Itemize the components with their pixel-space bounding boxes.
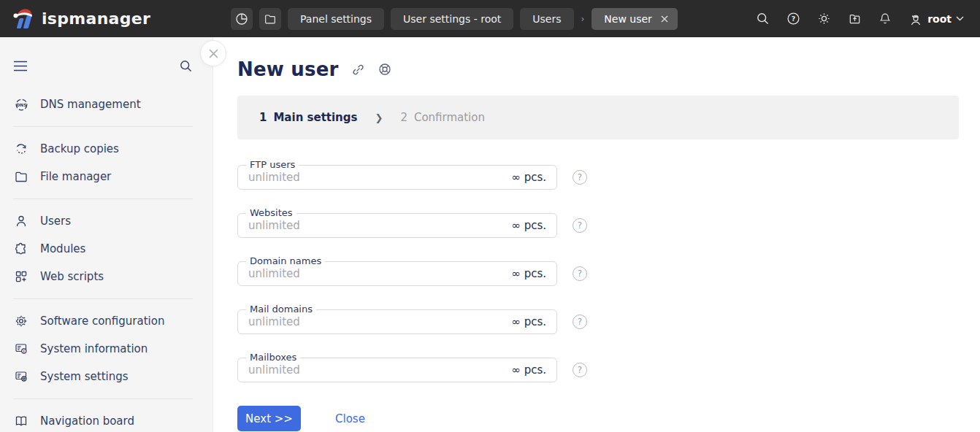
- server-info-icon: i: [13, 342, 29, 356]
- sidebar-item-navigation-board[interactable]: Navigation board: [0, 407, 213, 432]
- help-icon[interactable]: ?: [573, 363, 587, 377]
- folder-icon: [13, 169, 29, 184]
- pie-chart-tab-button[interactable]: [231, 8, 253, 30]
- hamburger-icon[interactable]: [13, 61, 28, 72]
- tab-users[interactable]: Users: [520, 8, 573, 30]
- tab-close-icon[interactable]: [660, 15, 669, 23]
- new-user-form: FTP users ∞ pcs. ? Websites ∞ pcs. ? Dom…: [237, 165, 980, 431]
- ftp-users-field: FTP users ∞ pcs.: [237, 165, 557, 190]
- logo-text: ispmanager: [42, 9, 150, 28]
- title-row: New user: [237, 58, 980, 81]
- divider: [13, 198, 193, 199]
- divider: [13, 398, 193, 399]
- sidebar-item-backup-copies[interactable]: Backup copies: [0, 135, 213, 163]
- help-icon[interactable]: ?: [573, 170, 587, 185]
- main-content: New user 1 Main settings ❯ 2 Confirmatio…: [213, 37, 980, 432]
- next-button[interactable]: Next >>: [237, 406, 301, 431]
- close-icon: [208, 48, 219, 59]
- divider: [13, 298, 193, 299]
- unit-suffix: ∞ pcs.: [511, 315, 556, 328]
- tab-new-user[interactable]: New user: [592, 8, 678, 30]
- mailboxes-input[interactable]: [238, 363, 511, 377]
- grid-plus-icon: [13, 269, 29, 284]
- websites-field: Websites ∞ pcs.: [237, 213, 557, 238]
- lifebuoy-icon[interactable]: [378, 62, 392, 77]
- sidebar-item-software-configuration[interactable]: Software configuration: [0, 307, 213, 335]
- bell-icon[interactable]: [878, 12, 892, 26]
- help-icon[interactable]: ?: [786, 12, 800, 26]
- domain-names-field: Domain names ∞ pcs.: [237, 261, 557, 286]
- sidebar-item-web-scripts[interactable]: Web scripts: [0, 263, 213, 290]
- step-chevron-icon: ❯: [375, 112, 383, 123]
- sidebar-item-system-information[interactable]: i System information: [0, 335, 213, 363]
- sidebar: DNS DNS management Backup copies: [0, 37, 213, 432]
- close-link[interactable]: Close: [335, 412, 365, 425]
- open-book-icon: [13, 414, 29, 428]
- sidebar-header: [0, 37, 213, 73]
- form-actions: Next >> Close: [237, 406, 980, 431]
- ftp-users-input[interactable]: [238, 171, 511, 184]
- export-icon[interactable]: [848, 12, 862, 26]
- sidebar-close-button[interactable]: [200, 40, 226, 66]
- svg-text:i: i: [23, 349, 25, 353]
- step-main-settings[interactable]: 1 Main settings: [259, 111, 357, 124]
- pie-chart-icon: [235, 12, 248, 26]
- help-icon[interactable]: ?: [573, 218, 587, 233]
- logo-santa-icon: [12, 7, 37, 31]
- mail-domains-field: Mail domains ∞ pcs.: [237, 309, 557, 334]
- field-row-mailboxes: Mailboxes ∞ pcs. ?: [237, 358, 980, 382]
- topbar: ispmanager Panel settings User settings …: [0, 0, 980, 37]
- sidebar-item-modules[interactable]: Modules: [0, 235, 213, 263]
- search-icon[interactable]: [756, 12, 770, 26]
- folder-icon: [264, 12, 277, 26]
- websites-input[interactable]: [238, 219, 511, 232]
- theme-sun-icon[interactable]: [817, 12, 831, 26]
- dns-icon: DNS: [13, 97, 29, 112]
- tab-user-settings-root[interactable]: User settings - root: [391, 8, 513, 30]
- field-row-mail-domains: Mail domains ∞ pcs. ?: [237, 309, 980, 334]
- backup-icon: [13, 142, 29, 156]
- svg-text:DNS: DNS: [16, 102, 26, 107]
- field-row-websites: Websites ∞ pcs. ?: [237, 213, 980, 238]
- user-icon: [13, 214, 29, 228]
- unit-suffix: ∞ pcs.: [511, 267, 556, 280]
- username: root: [927, 13, 952, 25]
- topbar-actions: ?: [756, 12, 980, 26]
- tab-panel-settings[interactable]: Panel settings: [288, 8, 384, 30]
- santa-avatar-icon: [908, 12, 923, 26]
- field-row-ftp-users: FTP users ∞ pcs. ?: [237, 165, 980, 190]
- sidebar-item-dns-management[interactable]: DNS DNS management: [0, 90, 213, 118]
- server-gear-icon: [13, 369, 29, 384]
- sidebar-menu: DNS DNS management Backup copies: [0, 90, 213, 432]
- sidebar-item-system-settings[interactable]: System settings: [0, 363, 213, 390]
- user-menu[interactable]: root: [908, 12, 964, 26]
- wizard-steps: 1 Main settings ❯ 2 Confirmation: [237, 96, 959, 139]
- link-icon[interactable]: [351, 63, 365, 77]
- puzzle-icon: [13, 242, 29, 256]
- step-confirmation[interactable]: 2 Confirmation: [400, 111, 485, 124]
- help-icon[interactable]: ?: [573, 266, 587, 281]
- unit-suffix: ∞ pcs.: [511, 171, 556, 184]
- chevron-down-icon: [956, 16, 964, 21]
- tab-bar: Panel settings User settings - root User…: [231, 8, 678, 30]
- mail-domains-input[interactable]: [238, 315, 511, 328]
- sidebar-search-icon[interactable]: [179, 59, 193, 73]
- folder-tab-button[interactable]: [259, 8, 281, 30]
- tab-chevron-icon: ›: [581, 14, 585, 24]
- help-icon[interactable]: ?: [573, 315, 587, 329]
- divider: [13, 126, 193, 127]
- gear-icon: [13, 314, 29, 328]
- svg-text:?: ?: [792, 15, 796, 23]
- domain-names-input[interactable]: [238, 267, 511, 280]
- unit-suffix: ∞ pcs.: [511, 219, 556, 232]
- field-row-domain-names: Domain names ∞ pcs. ?: [237, 261, 980, 286]
- sidebar-item-users[interactable]: Users: [0, 207, 213, 235]
- sidebar-item-file-manager[interactable]: File manager: [0, 163, 213, 190]
- mailboxes-field: Mailboxes ∞ pcs.: [237, 358, 557, 382]
- app-logo[interactable]: ispmanager: [0, 7, 231, 31]
- page-title: New user: [237, 58, 339, 80]
- unit-suffix: ∞ pcs.: [511, 363, 556, 377]
